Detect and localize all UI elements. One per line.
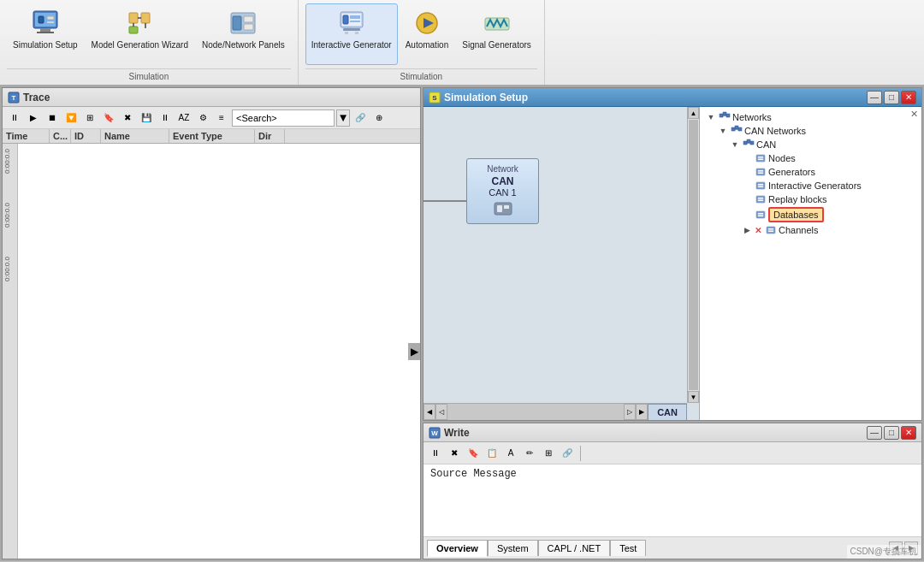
trace-panel: T Trace ⏸ ▶ ⏹ 🔽 ⊞ 🔖 ✖ 💾 ⏸ AZ ⚙ ≡ ▼ 🔗 ⊕ T… <box>2 87 421 559</box>
sim-canvas: ▲ ▼ Network CAN CAN 1 <box>424 107 699 420</box>
automation-label: Automation <box>406 40 449 50</box>
tree-item-generators[interactable]: ▶ Generators <box>739 165 918 179</box>
sim-titlebar-left: S Simulation Setup <box>429 92 528 104</box>
expand-can-icon[interactable]: ▼ <box>729 139 741 151</box>
expand-can-networks-icon[interactable]: ▼ <box>717 125 729 137</box>
interactive-generators-icon <box>755 180 767 192</box>
col-header-time: Time <box>3 129 50 143</box>
svg-rect-19 <box>343 15 348 24</box>
signal-generators-button[interactable]: Signal Generators <box>456 3 537 65</box>
pause2-btn[interactable]: ⏸ <box>157 109 174 127</box>
write-toolbar: ⏸ ✖ 🔖 📋 A ✏ ⊞ 🔗 <box>424 442 921 464</box>
write-copy-btn[interactable]: 📋 <box>483 445 500 462</box>
tree-item-interactive-generators[interactable]: ▶ Interactive Generators <box>739 179 918 192</box>
sim-minimize-btn[interactable]: — <box>867 91 882 104</box>
sim-maximize-btn[interactable]: □ <box>884 91 899 104</box>
clear-btn[interactable]: ✖ <box>119 109 136 127</box>
write-tab-overview[interactable]: Overview <box>427 540 488 557</box>
write-font-btn[interactable]: A <box>502 445 519 462</box>
generators-icon <box>755 166 767 178</box>
sim-content: ▲ ▼ Network CAN CAN 1 <box>424 107 921 420</box>
write-title: Write <box>444 427 470 439</box>
pause-btn[interactable]: ⏸ <box>6 109 23 127</box>
extra-btn[interactable]: ⊕ <box>370 109 388 127</box>
write-tab-system[interactable]: System <box>488 540 538 556</box>
network-block-icon <box>472 201 533 218</box>
svg-rect-58 <box>758 184 763 186</box>
nodes-icon <box>755 152 767 164</box>
trace-search-input[interactable] <box>232 109 335 127</box>
start-btn[interactable]: ▶ <box>25 109 42 127</box>
sim-close-btn[interactable]: ✕ <box>901 91 916 104</box>
svg-rect-54 <box>756 169 765 175</box>
filter2-btn[interactable]: ⊞ <box>81 109 98 127</box>
model-gen-label: Model Generation Wizard <box>92 40 188 50</box>
expand-networks-icon[interactable]: ▼ <box>705 111 717 123</box>
more-btn[interactable]: ≡ <box>213 109 230 127</box>
tree-item-channels[interactable]: ▶ ✕ Channels <box>739 223 918 237</box>
svg-rect-2 <box>40 28 50 32</box>
tree-panel: ✕ ▼ Networks <box>699 107 921 420</box>
svg-rect-63 <box>756 211 765 218</box>
svg-rect-15 <box>244 16 253 22</box>
expand-channels-icon[interactable]: ▶ <box>741 224 753 236</box>
tree-item-networks[interactable]: ▼ Networks <box>703 110 918 124</box>
svg-rect-8 <box>141 13 150 23</box>
can-tab[interactable]: CAN <box>648 404 687 420</box>
write-tab-capl-net[interactable]: CAPL / .NET <box>538 540 611 556</box>
can-icon <box>743 139 755 151</box>
write-settings-btn[interactable]: ⊞ <box>540 445 557 462</box>
svg-rect-37 <box>723 112 726 115</box>
write-maximize-btn[interactable]: □ <box>884 426 899 440</box>
automation-button[interactable]: Automation <box>400 3 455 65</box>
write-pause-btn[interactable]: ⏸ <box>427 445 444 462</box>
network-block[interactable]: Network CAN CAN 1 <box>466 158 539 224</box>
svg-rect-55 <box>758 170 763 172</box>
scroll-right-arrow[interactable]: ▶ <box>408 343 420 360</box>
network-block-name: CAN <box>472 175 533 187</box>
bookmark-btn[interactable]: 🔖 <box>100 109 117 127</box>
svg-rect-47 <box>747 139 750 143</box>
svg-text:T: T <box>12 94 16 102</box>
write-save-btn[interactable]: 🔖 <box>465 445 482 462</box>
svg-rect-62 <box>758 200 763 202</box>
simulation-setup-panel: S Simulation Setup — □ ✕ ▲ ▼ <box>423 87 922 421</box>
canvas-scroll-prev-btn[interactable]: ◁ <box>435 404 447 420</box>
canvas-scroll-left-btn[interactable]: ◀ <box>424 404 435 420</box>
tree-item-can[interactable]: ▼ CAN <box>727 138 918 151</box>
svg-rect-35 <box>504 205 509 209</box>
save-btn[interactable]: 💾 <box>138 109 155 127</box>
write-link-btn[interactable]: 🔗 <box>559 445 576 462</box>
tree-item-nodes[interactable]: ▶ Nodes <box>739 151 918 165</box>
svg-rect-3 <box>37 32 54 33</box>
write-clear-btn[interactable]: ✖ <box>446 445 463 462</box>
interactive-generator-button[interactable]: Interactive Generator <box>305 3 398 65</box>
sim-panel-icon: S <box>429 92 441 104</box>
tree-item-can-networks[interactable]: ▼ CAN Networks <box>715 124 918 138</box>
watermark: CSDN@专搞车机 <box>847 545 921 559</box>
write-close-btn[interactable]: ✕ <box>901 426 916 440</box>
stop-btn[interactable]: ⏹ <box>44 109 61 127</box>
write-edit-btn[interactable]: ✏ <box>521 445 538 462</box>
write-panel-icon: W <box>429 427 441 439</box>
model-generation-wizard-button[interactable]: Model Generation Wizard <box>86 3 194 65</box>
tree-close-btn[interactable]: ✕ <box>910 109 918 120</box>
node-network-panels-button[interactable]: Node/Network Panels <box>196 3 291 65</box>
tree-label-generators: Generators <box>768 167 815 177</box>
az-btn[interactable]: AZ <box>175 109 192 127</box>
channels-icon <box>765 224 777 236</box>
canvas-scroll-next-btn[interactable]: ▷ <box>624 404 636 420</box>
canvas-scroll-right-btn[interactable]: ▶ <box>636 404 648 420</box>
filter-btn[interactable]: 🔽 <box>62 109 80 127</box>
simulation-setup-button[interactable]: Simulation Setup <box>7 3 84 65</box>
search-dropdown-btn[interactable]: ▼ <box>336 109 350 127</box>
write-minimize-btn[interactable]: — <box>867 426 882 440</box>
write-tab-test[interactable]: Test <box>610 540 646 556</box>
link-btn[interactable]: 🔗 <box>352 109 369 127</box>
tree-item-replay-blocks[interactable]: ▶ Replay blocks <box>739 192 918 206</box>
tree-item-databases[interactable]: ▶ Databases <box>739 206 918 223</box>
settings-btn[interactable]: ⚙ <box>194 109 211 127</box>
svg-rect-52 <box>758 157 763 158</box>
svg-rect-14 <box>233 16 241 30</box>
svg-rect-42 <box>735 126 738 129</box>
